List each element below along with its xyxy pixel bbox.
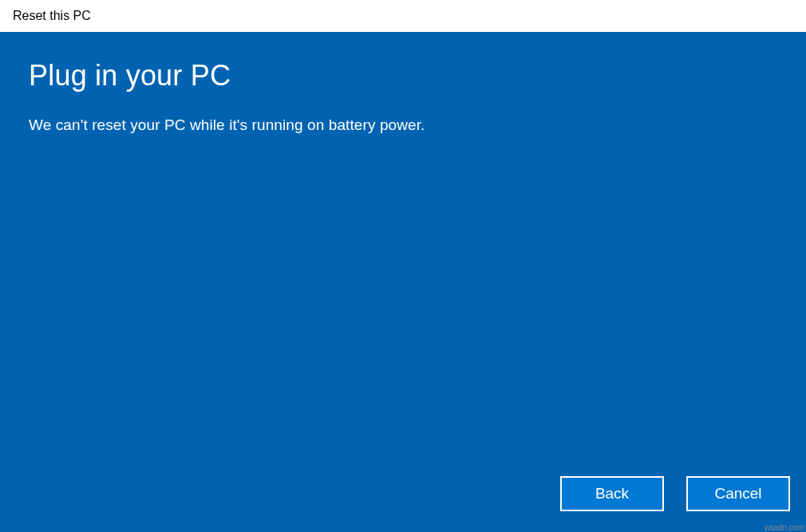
back-button[interactable]: Back xyxy=(560,476,664,511)
cancel-button[interactable]: Cancel xyxy=(686,476,790,511)
body-text: We can't reset your PC while it's runnin… xyxy=(29,116,777,134)
title-bar: Reset this PC xyxy=(0,0,806,32)
content-panel: Plug in your PC We can't reset your PC w… xyxy=(0,32,806,532)
watermark: wsxdn.com xyxy=(765,523,804,532)
button-row: Back Cancel xyxy=(560,476,790,511)
page-heading: Plug in your PC xyxy=(29,59,777,93)
window-title: Reset this PC xyxy=(13,9,91,23)
